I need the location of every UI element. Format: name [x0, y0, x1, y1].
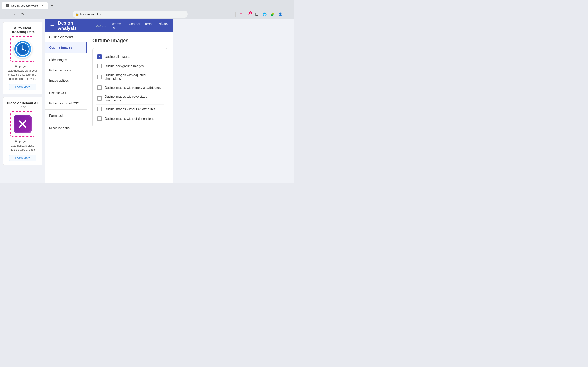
right-content-area — [173, 19, 294, 184]
checkbox-outline-all[interactable]: ✓ — [97, 54, 102, 59]
brave-shield-icon[interactable]: 🛡 — [238, 11, 244, 17]
extension-header: ☰ Design Analysis 2.0.0.1 License Info C… — [45, 19, 173, 32]
checkbox-label-5: Outline images without alt attributes — [104, 107, 156, 111]
checkbox-background[interactable] — [97, 64, 102, 68]
nav-license[interactable]: License Info — [110, 22, 124, 29]
svg-point-6 — [22, 48, 23, 50]
nav-item-disable-css[interactable]: Disable CSS — [45, 88, 86, 98]
card-close-tabs: Close or Reload All Tabs — [3, 97, 43, 165]
nav-item-form-tools[interactable]: Form tools — [45, 110, 86, 121]
ext-menu-icon[interactable]: ☰ — [50, 23, 54, 28]
profile-icon[interactable]: 👤 — [277, 11, 284, 17]
ext-title: Design Analysis — [58, 20, 92, 31]
ext-nav: License Info Contact Terms Privacy — [110, 22, 168, 29]
nav-divider-4 — [45, 122, 86, 122]
card-desc-2: Helps you to automatically close multipl… — [7, 140, 39, 152]
menu-icon[interactable]: ☰ — [285, 11, 291, 17]
learn-more-button-1[interactable]: Learn More — [9, 84, 36, 90]
checkbox-label-6: Outline images without dimensions — [104, 117, 154, 120]
nav-privacy[interactable]: Privacy — [158, 22, 168, 29]
nav-item-outline-images[interactable]: Outline images — [45, 42, 86, 53]
checkbox-item-2: Outline images with adjusted dimensions — [96, 71, 164, 83]
clock-icon — [14, 40, 32, 58]
website-sidebar: Auto Clear Browsing Data Helps you to au… — [0, 19, 45, 184]
reload-button[interactable]: ↻ — [19, 11, 26, 17]
checkmark-icon: ✓ — [98, 55, 101, 58]
url-text: kodemuse.dev — [80, 12, 101, 16]
card-icon-2 — [10, 111, 35, 137]
address-input[interactable]: 🔒 kodemuse.dev — [73, 10, 188, 18]
nav-divider-1 — [45, 54, 86, 54]
checkbox-without-alt[interactable] — [97, 107, 102, 111]
nav-item-reload-images[interactable]: Reload images — [45, 65, 86, 75]
ext-version: 2.0.0.1 — [96, 24, 106, 27]
close-tabs-icon — [14, 115, 32, 133]
ext-left-nav: Outline elements Outline images Hide ima… — [45, 32, 87, 184]
checkbox-label-2: Outline images with adjusted dimensions — [104, 73, 163, 81]
nav-contact[interactable]: Contact — [129, 22, 140, 29]
alert-icon[interactable]: ⚠ 1 — [246, 11, 252, 17]
browser-tab[interactable]: K KodeMuse Software ✕ — [2, 2, 48, 9]
checkbox-label-0: Outline all images — [104, 55, 130, 58]
card-desc-1: Helps you to automatically clear your br… — [7, 65, 39, 81]
checkbox-label-3: Outline images with empty alt attributes — [104, 86, 161, 90]
extension-icon[interactable]: 🧩 — [269, 11, 276, 17]
checkbox-label-4: Outline images with oversized dimensions — [104, 95, 163, 102]
tab-favicon: K — [6, 4, 9, 7]
nav-item-outline-elements[interactable]: Outline elements — [45, 32, 86, 42]
new-tab-button[interactable]: + — [49, 2, 55, 9]
nav-item-reload-external-css[interactable]: Reload external CSS — [45, 98, 86, 108]
checkbox-item-3: Outline images with empty alt attributes — [96, 83, 164, 92]
forward-button[interactable]: › — [11, 11, 17, 17]
cast-icon[interactable]: □ — [254, 11, 260, 17]
lock-icon: 🔒 — [76, 13, 79, 16]
checkbox-item-4: Outline images with oversized dimensions — [96, 92, 164, 105]
extension-body: Outline elements Outline images Hide ima… — [45, 32, 173, 184]
back-button[interactable]: ‹ — [3, 11, 9, 17]
tab-title: KodeMuse Software — [11, 4, 40, 7]
vpn-icon[interactable]: 🌐 — [261, 11, 268, 17]
svg-text:K: K — [7, 4, 8, 7]
card-icon-1 — [10, 36, 35, 62]
nav-terms[interactable]: Terms — [145, 22, 153, 29]
toolbar-divider — [235, 12, 236, 17]
page-title: Outline images — [92, 38, 167, 44]
nav-divider-2 — [45, 87, 86, 87]
checkbox-label-1: Outline background images — [104, 64, 144, 68]
ext-right-content: Outline images ✓ Outline all images Outl… — [87, 32, 173, 184]
card-auto-clear: Auto Clear Browsing Data Helps you to au… — [3, 22, 43, 94]
card-title-2: Close or Reload All Tabs — [7, 101, 39, 109]
checkbox-item-6: Outline images without dimensions — [96, 114, 164, 123]
nav-item-hide-images[interactable]: Hide images — [45, 55, 86, 65]
address-bar: ‹ › ↻ 🔒 kodemuse.dev 🛡 ⚠ 1 □ 🌐 🧩 👤 ☰ — [0, 9, 294, 19]
checkbox-empty-alt[interactable] — [97, 85, 102, 90]
extension-panel: ☰ Design Analysis 2.0.0.1 License Info C… — [45, 19, 173, 184]
card-title-1: Auto Clear Browsing Data — [7, 26, 39, 34]
tab-close-button[interactable]: ✕ — [41, 4, 44, 7]
checkbox-item-5: Outline images without alt attributes — [96, 105, 164, 114]
checkbox-item-0: ✓ Outline all images — [96, 52, 164, 61]
checkbox-adjusted-dim[interactable] — [97, 75, 102, 79]
nav-divider-3 — [45, 109, 86, 110]
learn-more-button-2[interactable]: Learn More — [9, 155, 36, 161]
nav-item-image-utilities[interactable]: Image utilities — [45, 75, 86, 86]
checkbox-oversized[interactable] — [97, 96, 102, 101]
nav-item-miscellaneous[interactable]: Miscellaneous — [45, 123, 86, 133]
checkbox-container: ✓ Outline all images Outline background … — [92, 48, 167, 127]
checkbox-without-dim[interactable] — [97, 116, 102, 121]
checkbox-item-1: Outline background images — [96, 61, 164, 71]
